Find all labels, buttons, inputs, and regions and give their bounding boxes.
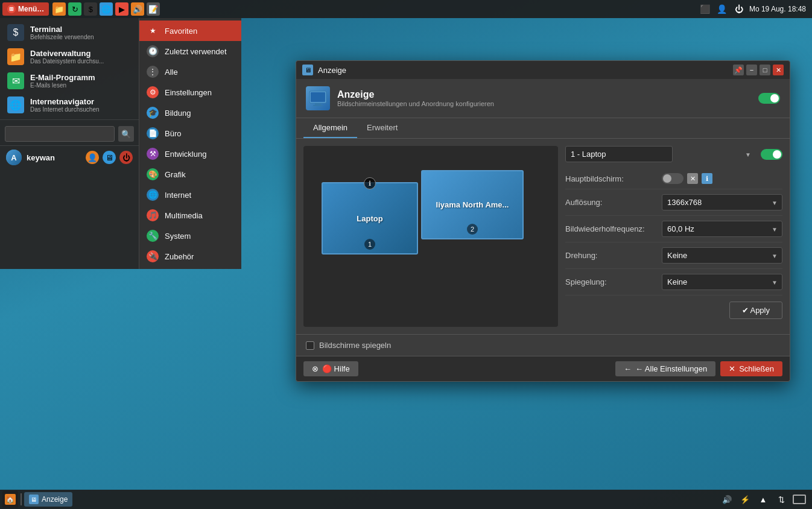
- close-window-button[interactable]: ✕: [773, 65, 784, 75]
- pin-button[interactable]: 📌: [733, 65, 744, 75]
- network-icon[interactable]: ⇅: [775, 493, 788, 506]
- cat-favoriten[interactable]: ★ Favoriten: [139, 21, 241, 41]
- cat-zubehoer-label: Zubehör: [165, 252, 194, 261]
- user-icon[interactable]: 👤: [715, 2, 729, 16]
- window-title-icon: 🖥: [302, 65, 313, 75]
- cat-favoriten-label: Favoriten: [165, 27, 197, 36]
- task-display-label: Anzeige: [42, 495, 68, 504]
- menu-app-terminal[interactable]: $ Terminal Befehlszeile verwenden: [0, 21, 139, 45]
- notes-taskbar-icon[interactable]: 📝: [147, 2, 160, 16]
- laptop-screen-label: Laptop: [357, 214, 382, 223]
- header-toggle[interactable]: [758, 93, 780, 104]
- desktop-icon[interactable]: 🏠: [2, 491, 18, 508]
- top-right-area: ⬛ 👤 ⏻ Mo 19 Aug. 18:48: [699, 2, 810, 16]
- task-display[interactable]: 🖥 Anzeige: [24, 492, 72, 507]
- menu-app-email[interactable]: ✉ E-Mail-Programm E-Mails lesen: [0, 69, 139, 93]
- frequenz-select[interactable]: 60,0 Hz: [662, 221, 782, 237]
- mirror-label: Bildschirme spiegeln: [319, 341, 391, 350]
- browser-taskbar-icon[interactable]: 🌐: [100, 2, 113, 16]
- drehung-select[interactable]: Keine: [662, 247, 782, 264]
- hauptbildschirm-controls: ✕ ℹ: [662, 173, 712, 184]
- close-icon: ✕: [729, 364, 735, 373]
- hauptbildschirm-x[interactable]: ✕: [687, 173, 698, 184]
- minimize-button[interactable]: −: [746, 65, 757, 75]
- bluetooth-icon[interactable]: ⚡: [738, 493, 752, 506]
- wifi-icon[interactable]: ▲: [756, 493, 770, 506]
- cat-bildung[interactable]: 🎓 Bildung: [139, 103, 241, 123]
- monitor-enable-toggle[interactable]: [761, 149, 782, 160]
- hauptbildschirm-info[interactable]: ℹ: [702, 173, 712, 184]
- media-taskbar-icon[interactable]: ▶: [115, 2, 128, 16]
- cat-system[interactable]: 🔧 System: [139, 226, 241, 246]
- drehung-control: Keine ▼: [662, 247, 782, 264]
- cat-zuletzt-label: Zuletzt verwendet: [165, 47, 227, 56]
- desktop-folder-icon: 🏠: [5, 494, 16, 505]
- cat-multimedia-label: Multimedia: [165, 211, 203, 220]
- all-settings-button[interactable]: ← ← Alle Einstellungen: [615, 361, 715, 376]
- search-input[interactable]: [5, 126, 115, 142]
- cat-alle[interactable]: ⋮ Alle: [139, 62, 241, 82]
- aufloesung-select[interactable]: 1366x768: [662, 194, 782, 210]
- all-settings-icon: ←: [624, 364, 632, 373]
- files-app-info: Dateiverwaltung Das Dateisystem durchsu.…: [30, 49, 104, 65]
- hauptbildschirm-toggle[interactable]: [662, 173, 684, 184]
- maximize-button[interactable]: □: [760, 65, 770, 75]
- cat-grafik[interactable]: 🎨 Grafik: [139, 164, 241, 185]
- cat-internet[interactable]: 🌐 Internet: [139, 185, 241, 205]
- window-header: Anzeige Bildschirmeinstellungen und Anor…: [296, 79, 790, 118]
- top-app-icons: 📁 ↻ $ 🌐 ▶ 🔊 📝: [52, 2, 160, 16]
- monitor-selector: 1 - Laptop 2 - Iiyama North America ▼: [565, 146, 782, 162]
- cat-zubehoer-icon: 🔌: [147, 250, 159, 262]
- cat-entwicklung[interactable]: ⚒ Entwicklung: [139, 144, 241, 164]
- taskbar-separator: [21, 493, 22, 505]
- drehung-label: Drehung:: [565, 251, 662, 260]
- cat-einstellungen-label: Einstellungen: [165, 88, 212, 97]
- cat-zuletzt[interactable]: 🕐 Zuletzt verwendet: [139, 41, 241, 62]
- terminal-top-icon[interactable]: ⬛: [699, 2, 712, 16]
- power-icon[interactable]: ⏻: [732, 2, 746, 16]
- files-app-desc: Das Dateisystem durchsu...: [30, 58, 104, 65]
- cat-multimedia[interactable]: 🎵 Multimedia: [139, 205, 241, 226]
- menu-icon: ⊞: [7, 5, 16, 13]
- user-action-2[interactable]: 🖥: [103, 151, 116, 164]
- taskbar-bottom: 🏠 🖥 Anzeige 🔊 ⚡ ▲ ⇅: [0, 490, 812, 509]
- file-manager-taskbar-icon[interactable]: 📁: [52, 2, 66, 16]
- search-button[interactable]: 🔍: [118, 126, 134, 142]
- help-button[interactable]: ⊗ 🔴 Hilfe: [303, 361, 358, 376]
- email-app-name: E-Mail-Programm: [30, 73, 95, 82]
- apply-button[interactable]: ✔ Apply: [729, 302, 782, 319]
- monitor-preview: ℹ Laptop 1 Iiyama North Ame... 2: [303, 146, 558, 327]
- mirror-checkbox[interactable]: [306, 341, 314, 350]
- browser-app-name: Internetnavigator: [30, 97, 100, 106]
- laptop-screen-number: 1: [364, 239, 375, 250]
- updates-taskbar-icon[interactable]: ↻: [68, 2, 81, 16]
- spiegelung-select[interactable]: Keine: [662, 274, 782, 290]
- external-screen[interactable]: Iiyama North Ame... 2: [421, 170, 524, 239]
- terminal-taskbar-icon[interactable]: $: [84, 2, 97, 16]
- display-window: 🖥 Anzeige 📌 − □ ✕ Anzeige Bildschirmeins…: [296, 60, 790, 382]
- cat-buero[interactable]: 📄 Büro: [139, 123, 241, 144]
- menu-app-files[interactable]: 📁 Dateiverwaltung Das Dateisystem durchs…: [0, 45, 139, 69]
- user-actions: 👤 🖥 ⏻: [86, 151, 133, 164]
- user-action-logout[interactable]: ⏻: [119, 151, 133, 164]
- laptop-screen[interactable]: ℹ Laptop 1: [322, 182, 418, 255]
- user-action-1[interactable]: 👤: [86, 151, 99, 164]
- cat-zubehoer[interactable]: 🔌 Zubehör: [139, 246, 241, 267]
- tab-allgemein[interactable]: Allgemein: [303, 118, 357, 138]
- monitor-dropdown[interactable]: 1 - Laptop 2 - Iiyama North America: [565, 146, 673, 162]
- menu-button[interactable]: ⊞ Menü…: [2, 2, 49, 16]
- cat-einstellungen[interactable]: ⚙ Einstellungen: [139, 82, 241, 103]
- tab-erweitert[interactable]: Erweitert: [357, 118, 407, 138]
- hauptbildschirm-label: Hauptbildschirm:: [565, 174, 662, 183]
- drehung-row: Drehung: Keine ▼: [565, 242, 782, 269]
- window-header-desc: Bildschirmeinstellungen und Anordnung ko…: [337, 100, 758, 107]
- spiegelung-label: Spiegelung:: [565, 277, 662, 286]
- help-btn-label: 🔴 Hilfe: [322, 364, 350, 373]
- footer-right-buttons: ← ← Alle Einstellungen ✕ Schließen: [615, 361, 782, 376]
- mixer-taskbar-icon[interactable]: 🔊: [131, 2, 144, 16]
- menu-app-browser[interactable]: 🌐 Internetnavigator Das Internet durchsu…: [0, 93, 139, 117]
- terminal-app-icon: $: [7, 24, 24, 41]
- close-button[interactable]: ✕ Schließen: [720, 361, 782, 376]
- taskbar-bottom-right: 🔊 ⚡ ▲ ⇅: [720, 493, 810, 506]
- volume-icon[interactable]: 🔊: [720, 493, 734, 506]
